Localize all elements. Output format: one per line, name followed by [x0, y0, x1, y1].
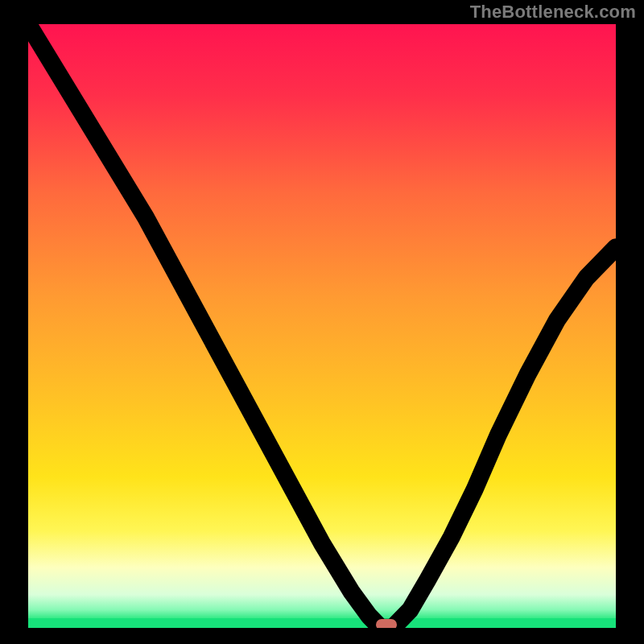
- bottleneck-curve: [28, 24, 616, 628]
- watermark-text: TheBottleneck.com: [470, 2, 636, 23]
- chart-frame: TheBottleneck.com: [0, 0, 644, 644]
- plot-area: [28, 24, 616, 628]
- optimal-point-marker: [376, 619, 397, 628]
